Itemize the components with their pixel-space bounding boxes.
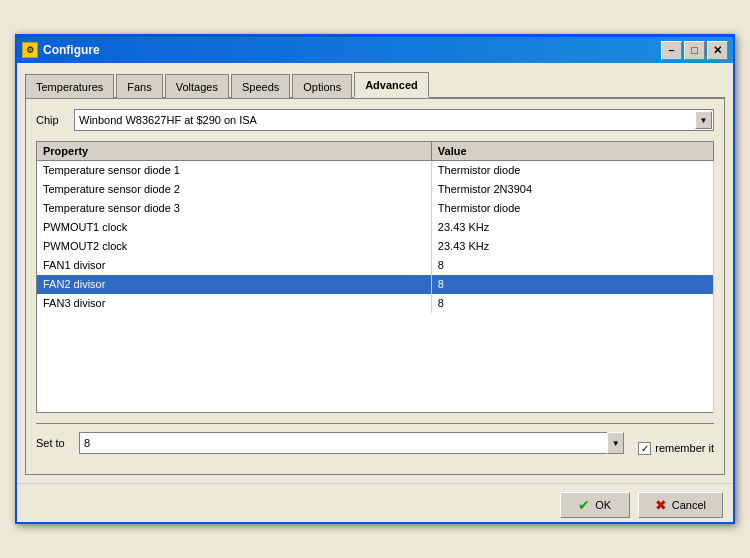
ok-label: OK [595, 499, 611, 511]
property-cell: PWMOUT2 clock [37, 237, 432, 256]
window-title: Configure [43, 43, 100, 57]
table-row[interactable]: PWMOUT2 clock23.43 KHz [37, 237, 714, 256]
value-cell: 8 [431, 294, 713, 313]
spacer-row [37, 313, 714, 413]
col-property: Property [37, 142, 432, 161]
tab-options[interactable]: Options [292, 74, 352, 98]
cancel-button[interactable]: ✖ Cancel [638, 492, 723, 518]
value-cell: 23.43 KHz [431, 237, 713, 256]
ok-button[interactable]: ✔ OK [560, 492, 630, 518]
value-cell: 23.43 KHz [431, 218, 713, 237]
minimize-button[interactable]: – [661, 41, 682, 60]
tab-voltages[interactable]: Voltages [165, 74, 229, 98]
remember-row: ✓ remember it [638, 442, 714, 455]
table-row[interactable]: FAN3 divisor8 [37, 294, 714, 313]
property-cell: Temperature sensor diode 2 [37, 180, 432, 199]
titlebar-controls: – □ ✕ [661, 41, 728, 60]
value-cell: Thermistor 2N3904 [431, 180, 713, 199]
table-row[interactable]: PWMOUT1 clock23.43 KHz [37, 218, 714, 237]
value-cell: 8 [431, 275, 713, 294]
property-cell: FAN3 divisor [37, 294, 432, 313]
maximize-button[interactable]: □ [684, 41, 705, 60]
button-row: ✔ OK ✖ Cancel [17, 483, 733, 522]
set-to-input[interactable] [79, 432, 607, 454]
table-row[interactable]: Temperature sensor diode 2Thermistor 2N3… [37, 180, 714, 199]
property-cell: PWMOUT1 clock [37, 218, 432, 237]
remember-label: remember it [655, 442, 714, 454]
property-cell: FAN1 divisor [37, 256, 432, 275]
tab-speeds[interactable]: Speeds [231, 74, 290, 98]
table-row[interactable]: Temperature sensor diode 3Thermistor dio… [37, 199, 714, 218]
value-cell: Thermistor diode [431, 199, 713, 218]
value-cell: 8 [431, 256, 713, 275]
app-icon: ⚙ [22, 42, 38, 58]
tab-fans[interactable]: Fans [116, 74, 162, 98]
table-row[interactable]: FAN1 divisor8 [37, 256, 714, 275]
tab-temperatures[interactable]: Temperatures [25, 74, 114, 98]
property-cell: Temperature sensor diode 3 [37, 199, 432, 218]
configure-window: ⚙ Configure – □ ✕ Temperatures Fans Volt… [15, 34, 735, 524]
remember-checkbox[interactable]: ✓ [638, 442, 651, 455]
chip-row: Chip Winbond W83627HF at $290 on ISA ▼ [36, 109, 714, 131]
value-cell: Thermistor diode [431, 161, 713, 180]
set-to-row-wrapper: Set to ▼ ✓ remember it [36, 432, 714, 464]
set-to-input-wrapper: ▼ [79, 432, 624, 454]
titlebar: ⚙ Configure – □ ✕ [17, 37, 733, 63]
property-cell: FAN2 divisor [37, 275, 432, 294]
titlebar-left: ⚙ Configure [22, 42, 100, 58]
property-cell: Temperature sensor diode 1 [37, 161, 432, 180]
property-table: Property Value Temperature sensor diode … [36, 141, 714, 413]
chip-label: Chip [36, 114, 66, 126]
table-row[interactable]: FAN2 divisor8 [37, 275, 714, 294]
set-to-dropdown-icon[interactable]: ▼ [607, 432, 624, 454]
tab-bar: Temperatures Fans Voltages Speeds Option… [25, 71, 725, 99]
close-button[interactable]: ✕ [707, 41, 728, 60]
chip-select-wrapper: Winbond W83627HF at $290 on ISA ▼ [74, 109, 714, 131]
chip-select[interactable]: Winbond W83627HF at $290 on ISA [74, 109, 714, 131]
cancel-icon: ✖ [655, 497, 667, 513]
set-to-row: Set to ▼ [36, 432, 624, 454]
set-to-label: Set to [36, 437, 71, 449]
tab-content-advanced: Chip Winbond W83627HF at $290 on ISA ▼ P… [25, 99, 725, 475]
bottom-section: Set to ▼ ✓ remember it [36, 423, 714, 464]
tab-advanced[interactable]: Advanced [354, 72, 429, 98]
col-value: Value [431, 142, 713, 161]
window-content: Temperatures Fans Voltages Speeds Option… [17, 63, 733, 483]
table-row[interactable]: Temperature sensor diode 1Thermistor dio… [37, 161, 714, 180]
ok-icon: ✔ [578, 497, 590, 513]
cancel-label: Cancel [672, 499, 706, 511]
